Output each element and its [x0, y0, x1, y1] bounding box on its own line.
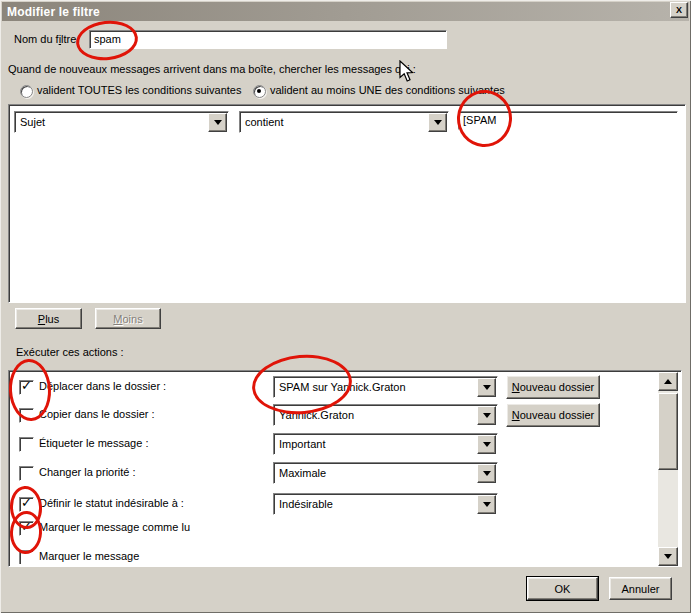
chevron-down-icon — [483, 502, 491, 507]
action-value-text: SPAM sur Yannick.Graton — [279, 377, 406, 397]
action-checkbox[interactable]: ✓ — [19, 466, 34, 481]
chevron-down-icon — [483, 413, 491, 418]
actions-list: ✓Déplacer dans le dossier :SPAM sur Yann… — [8, 370, 682, 567]
condition-operator-dropdown[interactable]: contient — [239, 111, 449, 133]
close-button[interactable]: X — [670, 2, 688, 18]
action-value-dropdown[interactable]: Yannick.Graton — [273, 404, 498, 426]
action-checkbox[interactable]: ✓ — [19, 521, 34, 536]
action-value-text: Indésirable — [279, 494, 333, 514]
chevron-down-icon — [483, 385, 491, 390]
conditions-intro-label: Quand de nouveaux messages arrivent dans… — [8, 63, 416, 75]
scroll-up-button[interactable] — [658, 372, 678, 391]
window-title: Modifier le filtre — [2, 5, 100, 19]
action-value-text: Important — [279, 434, 325, 454]
dropdown-button[interactable] — [477, 435, 496, 454]
ok-button[interactable]: OK — [527, 577, 598, 600]
condition-field-value: Sujet — [20, 112, 45, 132]
action-label: Changer la priorité : — [39, 462, 136, 483]
dropdown-button[interactable] — [477, 464, 496, 483]
conditions-box — [8, 104, 686, 303]
cancel-button[interactable]: Annuler — [609, 577, 672, 600]
filter-name-value: spam — [94, 33, 121, 45]
new-folder-button[interactable]: Nouveau dossier — [506, 375, 600, 399]
scroll-down-icon — [664, 554, 672, 559]
chevron-down-icon — [483, 442, 491, 447]
action-row: ✓Copier dans le dossier :Yannick.GratonN… — [9, 404, 649, 426]
condition-value-text: [SPAM — [463, 114, 496, 126]
condition-value-input[interactable]: [SPAM — [458, 111, 678, 130]
action-value-text: Yannick.Graton — [279, 405, 354, 425]
edit-filter-dialog: { "window": { "title": "Modifier le filt… — [0, 0, 691, 613]
radio-match-any-label[interactable]: valident au moins UNE des conditions sui… — [270, 84, 505, 96]
checkmark-icon: ✓ — [21, 519, 32, 534]
condition-operator-value: contient — [245, 112, 284, 132]
action-label: Marquer le message — [39, 546, 139, 564]
chevron-down-icon — [483, 471, 491, 476]
action-row: ✓Déplacer dans le dossier :SPAM sur Yann… — [9, 376, 649, 398]
action-row: ✓Définir le statut indésirable à :Indési… — [9, 493, 649, 515]
close-icon: X — [676, 5, 682, 15]
new-folder-button[interactable]: Nouveau dossier — [506, 403, 600, 427]
action-label: Déplacer dans le dossier : — [39, 376, 166, 397]
scrollbar-thumb[interactable] — [658, 393, 678, 470]
actions-scrollbar[interactable] — [658, 372, 678, 564]
actions-label: Exécuter ces actions : — [16, 346, 124, 358]
title-bar[interactable]: Modifier le filtre — [2, 2, 689, 21]
filter-name-input[interactable]: spam — [89, 30, 447, 49]
checkmark-icon: ✓ — [21, 378, 32, 393]
scroll-down-button[interactable] — [658, 547, 678, 566]
action-checkbox[interactable]: ✓ — [19, 497, 34, 512]
filter-name-label: Nom du filtre — [14, 33, 76, 45]
chevron-down-icon — [434, 120, 442, 125]
action-row: ✓Marquer le message comme lu — [9, 517, 649, 539]
action-label: Marquer le message comme lu — [39, 517, 190, 538]
action-row: ✓Étiqueter le message :Important — [9, 433, 649, 455]
moins-button[interactable]: Moins — [95, 308, 161, 329]
chevron-down-icon — [214, 120, 222, 125]
plus-button[interactable]: Plus — [15, 308, 82, 329]
radio-match-all-label[interactable]: valident TOUTES les conditions suivantes — [37, 84, 241, 96]
dropdown-button[interactable] — [428, 113, 447, 132]
action-label: Copier dans le dossier : — [39, 404, 155, 425]
dropdown-button[interactable] — [477, 495, 496, 514]
radio-dot — [257, 89, 261, 93]
action-value-dropdown[interactable]: Maximale — [273, 462, 498, 484]
dropdown-button[interactable] — [477, 406, 496, 425]
action-checkbox[interactable]: ✓ — [19, 380, 34, 395]
action-label: Définir le statut indésirable à : — [39, 493, 184, 514]
action-label: Étiqueter le message : — [39, 433, 148, 454]
action-value-text: Maximale — [279, 463, 326, 483]
action-checkbox[interactable]: ✓ — [19, 437, 34, 452]
checkmark-icon: ✓ — [21, 495, 32, 510]
action-checkbox[interactable]: ✓ — [19, 550, 34, 564]
condition-field-dropdown[interactable]: Sujet — [14, 111, 229, 133]
action-value-dropdown[interactable]: Indésirable — [273, 493, 498, 515]
action-checkbox[interactable]: ✓ — [19, 408, 34, 423]
radio-match-all[interactable] — [20, 85, 33, 98]
action-value-dropdown[interactable]: Important — [273, 433, 498, 455]
dropdown-button[interactable] — [477, 378, 496, 397]
radio-match-any[interactable] — [253, 85, 266, 98]
dropdown-button[interactable] — [208, 113, 227, 132]
action-value-dropdown[interactable]: SPAM sur Yannick.Graton — [273, 376, 498, 398]
scroll-up-icon — [664, 379, 672, 384]
mouse-cursor-icon — [399, 60, 415, 84]
action-row: ✓Changer la priorité :Maximale — [9, 462, 649, 484]
action-row: ✓Marquer le message — [9, 546, 649, 564]
